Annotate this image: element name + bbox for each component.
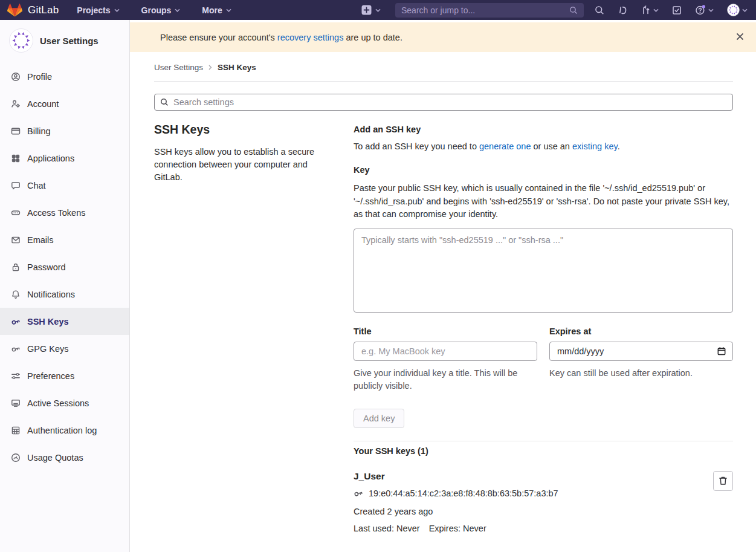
sidebar-item-account[interactable]: Account <box>0 90 129 117</box>
sidebar-title: User Settings <box>40 36 99 46</box>
user-menu-button[interactable] <box>727 4 748 16</box>
sidebar-item-ssh-keys[interactable]: SSH Keys <box>0 308 129 335</box>
global-search-box[interactable] <box>395 3 584 18</box>
delete-key-button[interactable] <box>713 471 733 491</box>
sidebar-item-usage-quotas[interactable]: Usage Quotas <box>0 444 129 471</box>
sidebar-item-label: Billing <box>27 126 51 136</box>
search-button[interactable] <box>595 5 604 15</box>
sidebar-item-access-tokens[interactable]: Access Tokens <box>0 199 129 226</box>
sidebar-item-label: Notifications <box>27 290 75 299</box>
sidebar-item-label: Active Sessions <box>27 398 89 408</box>
user-avatar <box>727 4 740 16</box>
sidebar-item-label: Profile <box>27 72 52 82</box>
help-button[interactable] <box>695 5 714 16</box>
issues-button[interactable] <box>618 5 627 15</box>
navbar-icon-group <box>595 4 748 16</box>
calendar-icon[interactable] <box>717 346 726 356</box>
ssh-key-form-area: Add an SSH key To add an SSH key you nee… <box>354 120 733 533</box>
sidebar-item-label: Applications <box>27 154 74 163</box>
chat-bubble-icon <box>11 181 21 190</box>
sidebar-item-billing[interactable]: Billing <box>0 117 129 144</box>
settings-sidebar: User Settings Profile Account Billing <box>0 20 130 552</box>
merge-requests-button[interactable] <box>641 5 659 15</box>
sidebar-item-authentication-log[interactable]: Authentication log <box>0 417 129 444</box>
sidebar-item-notifications[interactable]: Notifications <box>0 281 129 308</box>
trash-icon <box>719 476 728 485</box>
notification-dot <box>702 5 705 8</box>
sidebar-item-label: Access Tokens <box>27 208 85 218</box>
title-input[interactable] <box>354 342 537 361</box>
main-content: Please ensure your account's recovery se… <box>130 20 756 552</box>
close-icon <box>736 33 744 41</box>
existing-key-link[interactable]: existing key <box>572 141 618 151</box>
expires-date-input[interactable] <box>549 342 733 361</box>
chevron-down-icon <box>375 8 381 12</box>
intro-text: . <box>618 141 620 151</box>
profile-icon <box>11 72 21 82</box>
sidebar-item-chat[interactable]: Chat <box>0 172 129 199</box>
settings-content: User Settings SSH Keys SSH Keys SSH keys… <box>130 52 756 552</box>
section-divider <box>354 441 733 441</box>
issues-icon <box>618 5 627 15</box>
chevron-down-icon <box>175 8 180 12</box>
sidebar-item-profile[interactable]: Profile <box>0 63 129 90</box>
gitlab-home-link[interactable]: GitLab <box>7 3 59 17</box>
banner-close-button[interactable] <box>734 30 746 45</box>
gauge-icon <box>11 453 21 463</box>
credit-card-icon <box>11 126 21 136</box>
intro-text: To add an SSH key you need to <box>354 141 479 151</box>
nav-projects-label: Projects <box>77 5 110 15</box>
search-icon <box>569 6 578 15</box>
brand-name: GitLab <box>28 4 59 16</box>
key-icon <box>11 317 21 326</box>
chevron-down-icon <box>653 8 659 12</box>
global-search-input[interactable] <box>401 5 569 15</box>
sidebar-item-gpg-keys[interactable]: GPG Keys <box>0 335 129 362</box>
account-icon <box>11 99 21 109</box>
add-key-button[interactable]: Add key <box>354 409 404 428</box>
sidebar-item-applications[interactable]: Applications <box>0 144 129 172</box>
table-log-icon <box>11 426 21 435</box>
add-ssh-key-title: Add an SSH key <box>354 125 733 134</box>
ssh-key-textarea[interactable] <box>354 229 733 313</box>
merge-request-icon <box>641 5 651 15</box>
key-last-used: Last used: Never <box>354 524 420 533</box>
sidebar-item-preferences[interactable]: Preferences <box>0 362 129 389</box>
intro-text: or use an <box>531 141 572 151</box>
chevron-down-icon <box>114 8 120 12</box>
chevron-down-icon <box>708 8 714 12</box>
title-label: Title <box>354 326 537 336</box>
key-icon <box>354 489 363 498</box>
generate-one-link[interactable]: generate one <box>479 141 531 151</box>
nav-projects[interactable]: Projects <box>77 5 119 15</box>
key-created: Created 2 years ago <box>354 507 699 516</box>
search-settings-box[interactable] <box>154 94 733 111</box>
expires-date-text[interactable] <box>557 346 717 356</box>
plus-square-icon <box>361 5 372 15</box>
gitlab-app: GitLab Projects Groups More <box>0 0 756 552</box>
page-description: SSH keys allow you to establish a secure… <box>154 146 329 184</box>
key-icon <box>11 344 21 354</box>
breadcrumb-user-settings[interactable]: User Settings <box>154 63 203 72</box>
key-expires: Expires: Never <box>429 524 486 533</box>
envelope-icon <box>11 235 21 245</box>
sidebar-item-label: SSH Keys <box>27 317 69 326</box>
sidebar-item-label: Usage Quotas <box>27 453 83 463</box>
nav-more[interactable]: More <box>202 5 231 15</box>
todos-button[interactable] <box>672 5 682 15</box>
search-settings-input[interactable] <box>173 97 727 107</box>
sidebar-item-label: Preferences <box>27 371 74 381</box>
key-field-label: Key <box>354 165 733 175</box>
ssh-key-list-item: J_User 19:e0:44:a5:14:c2:3a:e8:f8:48:8b:… <box>354 471 733 533</box>
sidebar-item-label: Chat <box>27 181 46 190</box>
sidebar-nav: Profile Account Billing Applications Cha… <box>0 63 129 471</box>
sidebar-item-emails[interactable]: Emails <box>0 226 129 253</box>
sidebar-item-active-sessions[interactable]: Active Sessions <box>0 389 129 417</box>
new-item-menu-button[interactable] <box>361 5 381 15</box>
key-title-text: J_User <box>354 471 699 482</box>
top-navbar: GitLab Projects Groups More <box>0 0 756 20</box>
sidebar-item-password[interactable]: Password <box>0 253 129 281</box>
nav-groups[interactable]: Groups <box>141 5 181 15</box>
recovery-settings-link[interactable]: recovery settings <box>277 33 344 42</box>
sidebar-item-label: Authentication log <box>27 426 97 435</box>
